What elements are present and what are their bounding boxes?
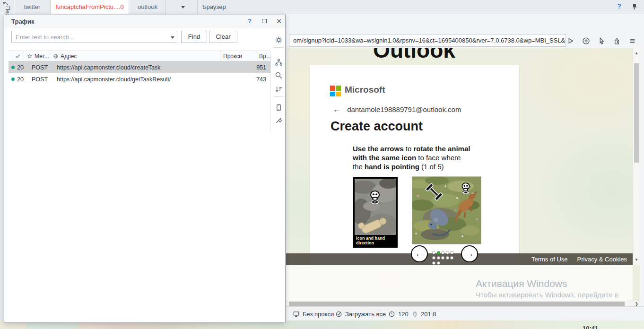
chevron-down-icon <box>181 6 185 9</box>
windows-activation-line2: Чтобы активировать Windows, перейдите в <box>476 291 618 299</box>
clear-broom-icon[interactable] <box>273 115 284 125</box>
status-dot <box>11 78 15 81</box>
tree-branch-icon[interactable] <box>273 57 284 67</box>
check-icon <box>15 53 21 59</box>
column-method[interactable]: Мет... <box>24 51 50 61</box>
reference-caption: icon and hand direction <box>355 235 396 246</box>
column-time[interactable]: Вр... <box>256 51 271 61</box>
tab-outlook[interactable]: outlook <box>129 0 166 14</box>
horizontal-scrollbar-thumb[interactable] <box>289 302 625 306</box>
column-address[interactable]: Адрес <box>50 51 220 61</box>
browser-panel: om/signup?lcid=1033&wa=wsignin1.0&rpsnv=… <box>286 14 644 321</box>
menu-hamburger-button[interactable] <box>627 35 638 46</box>
table-row[interactable]: 200 POST https://api.capmonster.cloud/cr… <box>9 61 271 73</box>
help-button[interactable]: ? <box>617 2 621 10</box>
pagination-dot <box>450 256 453 260</box>
skull-icon <box>462 183 469 193</box>
find-button[interactable]: Find <box>181 31 207 43</box>
pagination-dot <box>441 256 444 260</box>
traffic-maximize-button[interactable] <box>260 17 269 26</box>
play-button[interactable] <box>565 35 576 46</box>
privacy-link[interactable]: Privacy & Cookies <box>577 256 627 263</box>
captcha-reference-image: icon and hand direction <box>353 177 398 248</box>
captcha-dots <box>432 248 455 263</box>
browser-panel-title: Браузер <box>202 0 226 14</box>
toolbar-divider <box>270 51 271 131</box>
tab-strip: Переменные twitter funcaptchaFromPictu..… <box>0 0 644 14</box>
scroll-up-icon[interactable]: ▲ <box>635 51 638 55</box>
globe-icon <box>53 53 59 59</box>
traffic-close-button[interactable]: ✕ <box>275 17 283 26</box>
settings-gear-icon[interactable] <box>273 35 284 45</box>
check-circle-icon <box>335 311 342 318</box>
scroll-down-icon[interactable]: ▼ <box>635 258 638 262</box>
tab-funcaptcha[interactable]: funcaptchaFromPictu....0 <box>50 0 129 14</box>
windows-activation-title: Активация Windows <box>476 278 567 289</box>
rotate-left-button[interactable]: ← <box>411 245 428 262</box>
star-icon <box>27 53 33 59</box>
pagination-dot <box>432 261 435 265</box>
page-footer-bar: Terms of Use Privacy & Cookies <box>286 253 633 265</box>
captcha-challenge-image <box>412 176 481 244</box>
taskbar-clock: 10:41 <box>583 325 598 329</box>
scroll-right-icon[interactable]: ❯ <box>635 302 638 306</box>
email-address: dantamole198889791@outlook.com <box>347 105 461 113</box>
tab-list-dropdown[interactable] <box>166 0 196 14</box>
sort-descending-icon[interactable] <box>273 84 284 94</box>
cursor-select-button[interactable] <box>596 35 607 46</box>
search-placeholder: Enter text to search... <box>16 34 74 41</box>
maximize-icon <box>262 19 267 23</box>
url-input[interactable]: om/signup?lcid=1033&wa=wsignin1.0&rpsnv=… <box>289 34 566 47</box>
traffic-table-header: Мет... Адрес Прокси Вр... <box>9 51 271 61</box>
column-proxy[interactable]: Прокси <box>220 51 256 61</box>
back-arrow-icon[interactable]: ← <box>333 105 341 114</box>
page-title: Create account <box>331 119 423 134</box>
table-row[interactable]: 200 POST https://api.capmonster.cloud/ge… <box>9 73 271 85</box>
mouse-coords-status[interactable]: 201;8 <box>412 307 436 321</box>
timeout-status[interactable]: 120 <box>388 307 409 321</box>
extensions-puzzle-button[interactable] <box>611 35 622 46</box>
pin-icon[interactable] <box>632 3 637 10</box>
proxy-status[interactable]: Без прокси <box>293 307 334 321</box>
tab-twitter[interactable]: twitter <box>14 0 50 14</box>
toolbar-separator <box>274 96 283 97</box>
traffic-help-button[interactable]: ? <box>245 17 254 26</box>
right-arrow-icon: → <box>465 249 474 259</box>
traffic-title: Трафик <box>11 18 35 25</box>
microsoft-logo-icon <box>330 86 341 96</box>
email-row: ← dantamole198889791@outlook.com <box>333 105 461 114</box>
captcha-instructions: Use the arrows to rotate the animal with… <box>353 144 470 171</box>
mouse-icon <box>412 311 418 318</box>
microsoft-wordmark: Microsoft <box>345 85 385 95</box>
horizontal-scrollbar[interactable]: ❯ <box>286 301 640 306</box>
left-arrow-icon: ← <box>415 249 424 259</box>
search-magnifier-icon[interactable] <box>273 70 284 80</box>
browser-panel-header: Браузер ? <box>197 0 644 14</box>
traffic-titlebar[interactable]: Трафик ? ✕ <box>4 15 285 27</box>
mobile-device-icon[interactable] <box>273 102 284 113</box>
traffic-search-input[interactable]: Enter text to search... <box>11 31 177 43</box>
browser-statusbar: Без прокси Загружать все 120 201;8 <box>286 306 644 320</box>
load-all-status[interactable]: Загружать все <box>335 307 386 321</box>
clock-icon <box>388 311 395 318</box>
status-dot <box>11 66 15 69</box>
rotate-right-button[interactable]: → <box>461 245 478 262</box>
vertical-scrollbar-thumb[interactable] <box>634 63 639 163</box>
skull-icon <box>371 191 379 203</box>
webpage-viewport: Outlook Microsoft ← dantamole198889791@o… <box>286 48 640 306</box>
column-status[interactable] <box>9 51 24 61</box>
pagination-dot <box>446 256 449 260</box>
terms-link[interactable]: Terms of Use <box>531 256 568 263</box>
vertical-scrollbar[interactable]: ▲ ▼ <box>633 48 640 265</box>
add-circle-button[interactable] <box>580 35 592 46</box>
toolbar-separator <box>274 47 283 48</box>
outlook-brand-text: Outlook <box>343 48 485 63</box>
clear-button[interactable]: Clear <box>209 31 237 43</box>
monitor-icon <box>293 311 300 318</box>
pagination-dot <box>437 261 440 265</box>
traffic-window: Трафик ? ✕ Enter text to search... Find … <box>4 15 286 323</box>
left-vertical-tab[interactable]: Переменные <box>0 0 13 14</box>
chevron-down-icon[interactable] <box>171 36 174 39</box>
